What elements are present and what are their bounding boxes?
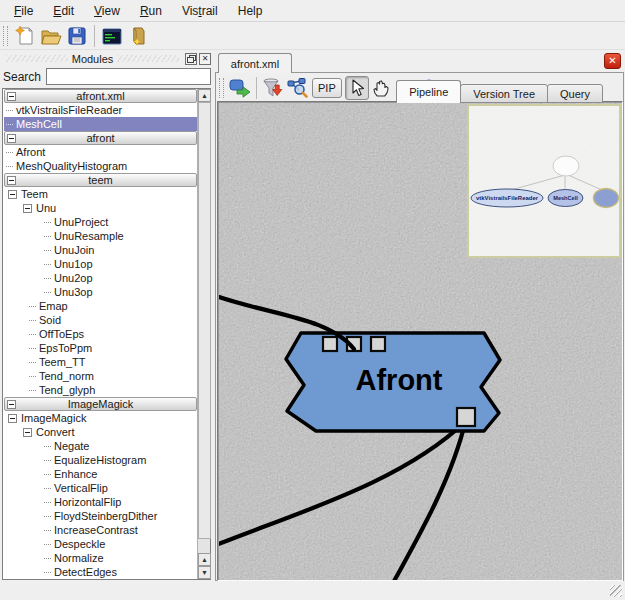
menu-run[interactable]: Run: [130, 2, 172, 20]
collapse-toggle-icon[interactable]: [8, 190, 17, 199]
tree-item[interactable]: EpsToPpm: [4, 341, 197, 355]
menu-edit[interactable]: Edit: [43, 2, 84, 20]
search-input[interactable]: [46, 68, 211, 85]
dock-title-texture: [117, 55, 179, 62]
tree-item[interactable]: Enhance: [4, 467, 197, 481]
pip-overview[interactable]: vtkVistrailsFileReader MeshCell: [467, 104, 621, 258]
pip-current-node: [594, 189, 619, 208]
tree-item[interactable]: Teem_TT: [4, 355, 197, 369]
menu-vistrail[interactable]: Vistrail: [172, 2, 228, 20]
tree-scrollbar[interactable]: ▲ ▲ ▼: [197, 89, 210, 579]
collapse-toggle-icon[interactable]: [23, 428, 32, 437]
tab-pipeline[interactable]: Pipeline: [396, 80, 461, 103]
menu-file[interactable]: File: [4, 2, 43, 20]
tree-item[interactable]: MeshQualityHistogram: [4, 159, 197, 173]
module-package-icon: [127, 25, 149, 47]
collapse-toggle-icon[interactable]: [7, 400, 16, 409]
dock-close-button[interactable]: ✕: [199, 53, 211, 65]
menu-view[interactable]: View: [84, 2, 130, 20]
resize-grip[interactable]: [610, 585, 622, 597]
collapse-toggle-icon[interactable]: [7, 134, 16, 143]
tree-item[interactable]: Normalize: [4, 551, 197, 565]
toolbar-separator: [94, 25, 95, 47]
tree-item[interactable]: OffToEps: [4, 327, 197, 341]
tree-item[interactable]: Unu1op: [4, 257, 197, 271]
scroll-down-button[interactable]: ▼: [198, 566, 211, 579]
toolbar-handle[interactable]: [219, 78, 224, 98]
tree-item[interactable]: UnuProject: [4, 215, 197, 229]
tree-item[interactable]: Afront: [4, 145, 197, 159]
tree-item[interactable]: Emap: [4, 299, 197, 313]
new-vistrail-button[interactable]: [12, 23, 38, 49]
module-tree: afront.xml vtkVistrailsFileReader MeshCe…: [2, 88, 211, 580]
tree-item[interactable]: Soid: [4, 313, 197, 327]
tree-item[interactable]: EqualizeHistogram: [4, 453, 197, 467]
close-icon: ✕: [608, 55, 616, 66]
tree-node[interactable]: Teem: [4, 187, 197, 201]
output-port[interactable]: [457, 408, 475, 426]
tree-item[interactable]: HorizontalFlip: [4, 495, 197, 509]
tree-item[interactable]: Tend_glyph: [4, 383, 197, 397]
menu-help[interactable]: Help: [228, 2, 273, 20]
tree-item[interactable]: Unu2op: [4, 271, 197, 285]
float-icon: [187, 55, 196, 63]
dock-title-texture: [6, 55, 68, 62]
close-vistrail-button[interactable]: ✕: [604, 53, 621, 69]
visual-query-button[interactable]: [261, 76, 285, 100]
console-button[interactable]: [99, 23, 125, 49]
main-toolbar: [0, 22, 625, 50]
collapse-toggle-icon[interactable]: [8, 414, 17, 423]
menu-bar: File Edit View Run Vistrail Help: [0, 0, 625, 22]
pip-toggle-button[interactable]: PIP: [312, 78, 342, 98]
pan-hand-icon: [371, 78, 391, 98]
tree-item-selected[interactable]: MeshCell: [4, 117, 197, 131]
pipeline-canvas[interactable]: Afront: [219, 103, 622, 580]
tree-item[interactable]: Tend_norm: [4, 369, 197, 383]
tree-package-header[interactable]: afront: [4, 131, 197, 145]
open-vistrail-button[interactable]: [38, 23, 64, 49]
tree-node[interactable]: ImageMagick: [4, 411, 197, 425]
svg-text:vtkVistrailsFileReader: vtkVistrailsFileReader: [476, 195, 539, 201]
tree-item[interactable]: VerticalFlip: [4, 481, 197, 495]
visual-query-icon: [262, 77, 284, 99]
vistrail-tab[interactable]: afront.xml: [218, 53, 292, 73]
tree-item[interactable]: UnuJoin: [4, 243, 197, 257]
tree-item[interactable]: UnuResample: [4, 229, 197, 243]
tree-item[interactable]: FloydSteinbergDither: [4, 509, 197, 523]
dock-float-button[interactable]: [185, 53, 197, 65]
collapse-toggle-icon[interactable]: [23, 204, 32, 213]
collapse-toggle-icon[interactable]: [7, 176, 16, 185]
scroll-up-button-bottom[interactable]: ▲: [198, 553, 211, 566]
tree-item[interactable]: vtkVistrailsFileReader: [4, 103, 197, 117]
execute-pipeline-icon: [229, 77, 251, 99]
pip-node-vtkvistrailsfilereader: vtkVistrailsFileReader: [471, 189, 543, 207]
input-port[interactable]: [323, 337, 337, 351]
tab-version-tree[interactable]: Version Tree: [460, 84, 548, 103]
modules-dock-titlebar[interactable]: Modules ✕: [2, 51, 211, 66]
modules-panel-title: Modules: [72, 53, 114, 65]
tree-item[interactable]: Negate: [4, 439, 197, 453]
tree-item[interactable]: Unu3op: [4, 285, 197, 299]
scrollbar-thumb[interactable]: [198, 102, 211, 539]
toolbar-handle[interactable]: [3, 26, 8, 46]
tab-query[interactable]: Query: [547, 84, 603, 103]
tree-node[interactable]: Unu: [4, 201, 197, 215]
tree-item[interactable]: Despeckle: [4, 537, 197, 551]
input-port[interactable]: [371, 337, 385, 351]
tree-package-header[interactable]: afront.xml: [4, 89, 197, 103]
tree-item[interactable]: DetectEdges: [4, 565, 197, 579]
select-tool-button[interactable]: [345, 76, 369, 100]
tree-node[interactable]: Convert: [4, 425, 197, 439]
execute-pipeline-button[interactable]: [228, 76, 252, 100]
module-package-button[interactable]: [125, 23, 151, 49]
tree-package-header[interactable]: ImageMagick: [4, 397, 197, 411]
collapse-toggle-icon[interactable]: [7, 92, 16, 101]
pan-tool-button[interactable]: [369, 76, 393, 100]
save-vistrail-button[interactable]: [64, 23, 90, 49]
pip-version-tree: vtkVistrailsFileReader MeshCell: [469, 106, 619, 256]
parameter-explore-button[interactable]: [285, 76, 309, 100]
pipeline-canvas-frame: Afront: [217, 101, 623, 581]
tree-item[interactable]: IncreaseContrast: [4, 523, 197, 537]
tree-package-header[interactable]: teem: [4, 173, 197, 187]
scroll-up-button[interactable]: ▲: [198, 89, 211, 102]
